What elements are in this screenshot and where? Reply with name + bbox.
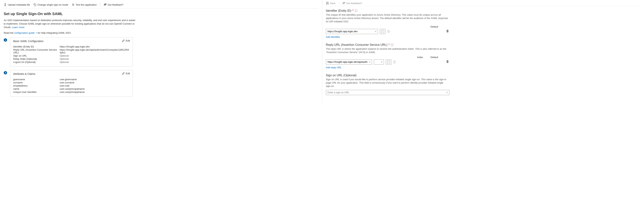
feedback-button-right[interactable]: Got feedback? — [342, 2, 362, 5]
identifier-input-wrap: ✓ — [326, 29, 378, 34]
step-1-row: 1 Basic SAML Configuration Edit Identifi… — [4, 37, 318, 67]
info-icon[interactable]: i — [387, 30, 390, 33]
required-asterisk: * — [388, 43, 390, 47]
reply-url-title: Reply URL (Assertion Consumer Service UR… — [326, 43, 640, 47]
upload-label: Upload metadata file — [8, 3, 30, 6]
attributes-claims-card: Attributes & Claims Edit givennameuser.g… — [10, 70, 133, 97]
signon-field-row: ✓ — [326, 90, 449, 95]
save-label: Save — [330, 2, 336, 5]
edit-basic-saml-button[interactable]: Edit — [122, 39, 130, 42]
signon-url-input[interactable] — [326, 90, 449, 95]
change-mode-label: Change single sign-on mode — [37, 3, 68, 6]
step-2-row: 2 Attributes & Claims Edit givennameuser… — [4, 70, 318, 97]
right-pane: Save Got feedback? Identifier (Entity ID… — [322, 0, 644, 103]
test-application-button[interactable]: Test this application — [72, 3, 97, 6]
configuration-guide-link[interactable]: configuration guide ↗ — [14, 32, 37, 34]
kv-row: nameuser.userprincipalname — [13, 88, 130, 90]
signon-url-section: Sign on URL (Optional) Sign on URL is us… — [326, 74, 640, 95]
upload-metadata-button[interactable]: Upload metadata file — [4, 3, 30, 6]
kv-row: Sign on URLOptional — [13, 54, 130, 57]
save-icon — [326, 2, 329, 5]
reply-index-input[interactable] — [374, 59, 384, 65]
required-asterisk: * — [352, 9, 354, 13]
attributes-claims-title: Attributes & Claims — [13, 72, 130, 77]
person-feedback-icon — [104, 3, 106, 6]
basic-saml-config-card: Basic SAML Configuration Edit Identifier… — [10, 37, 133, 67]
toolbar-separator — [339, 2, 339, 5]
identifier-desc: The unique ID that identifies your appli… — [326, 13, 448, 24]
save-button[interactable]: Save — [326, 2, 336, 5]
default-header: Default — [430, 25, 438, 28]
delete-reply-url-button[interactable] — [446, 60, 449, 64]
kv-row: Relay State (Optional)Optional — [13, 58, 130, 60]
basic-saml-rows: Identifier (Entity ID)https://3vsg9z.app… — [13, 45, 130, 64]
signon-url-title: Sign on URL (Optional) — [326, 74, 640, 77]
add-identifier-link[interactable]: Add identifier — [326, 36, 340, 38]
identifier-field-row: ✓ ✓ i — [326, 29, 449, 34]
change-mode-button[interactable]: Change single sign-on mode — [33, 3, 68, 6]
kv-row: Identifier (Entity ID)https://3vsg9z.app… — [13, 45, 130, 48]
person-feedback-icon — [342, 2, 345, 5]
step-1-badge: 1 — [4, 38, 7, 42]
right-toolbar: Save Got feedback? — [326, 2, 640, 6]
edit-attributes-button[interactable]: Edit — [122, 72, 130, 75]
delete-identifier-button[interactable] — [446, 30, 449, 33]
pencil-icon — [122, 72, 125, 75]
index-header: Index — [417, 56, 423, 59]
identifier-title: Identifier (Entity ID) * i — [326, 9, 640, 13]
default-header: Default — [430, 56, 438, 59]
external-link-icon: ↗ — [35, 32, 37, 34]
kv-row: Unique User Identifieruser.userprincipal… — [13, 91, 130, 93]
kv-row: Logout Url (Optional)Optional — [13, 61, 130, 64]
list-icon — [72, 3, 74, 6]
edit-label: Edit — [126, 72, 130, 75]
reply-default-checkbox[interactable]: ✓ — [386, 59, 391, 65]
feedback-button[interactable]: Got feedback? — [104, 3, 124, 6]
signon-input-wrap: ✓ — [326, 90, 449, 95]
edit-label: Edit — [126, 39, 130, 42]
identifier-default-checkbox[interactable]: ✓ — [380, 29, 386, 34]
left-pane: Upload metadata file Change single sign-… — [0, 0, 322, 103]
reply-url-desc: The reply URL is where the application e… — [326, 47, 448, 54]
intro-text: An SSO implementation based on federatio… — [4, 19, 138, 29]
trash-icon — [446, 30, 449, 33]
reply-url-section: Reply URL (Assertion Consumer Service UR… — [326, 43, 640, 69]
kv-row: givennameuser.givenname — [13, 78, 130, 81]
reply-url-field-row: ✓ ✓ ✓ i — [326, 59, 449, 65]
reply-url-input[interactable] — [326, 59, 372, 65]
kv-row: surnameuser.surname — [13, 81, 130, 84]
identifier-section: Identifier (Entity ID) * i The unique ID… — [326, 9, 640, 38]
kv-row: emailaddressuser.mail — [13, 84, 130, 87]
reply-headers: Index Default — [326, 56, 449, 59]
basic-saml-config-title: Basic SAML Configuration — [13, 40, 130, 44]
feedback-label: Got feedback? — [108, 3, 124, 6]
reply-url-input-wrap: ✓ — [326, 59, 372, 65]
left-toolbar: Upload metadata file Change single sign-… — [4, 3, 318, 8]
svg-point-1 — [343, 3, 344, 3]
attributes-rows: givennameuser.givenname surnameuser.surn… — [13, 78, 130, 93]
add-reply-url-link[interactable]: Add reply URL — [326, 66, 342, 69]
info-icon[interactable]: i — [355, 10, 357, 12]
feedback-label: Got feedback? — [346, 2, 362, 5]
page-title: Set up Single Sign-On with SAML — [4, 12, 318, 16]
signon-url-desc: Sign on URL is used if you would like to… — [326, 78, 448, 88]
svg-point-0 — [104, 4, 105, 5]
config-guide-line: Read the configuration guide ↗ for help … — [4, 32, 318, 34]
undo-icon — [33, 3, 36, 6]
step-2-badge: 2 — [4, 71, 7, 74]
test-label: Test this application — [76, 3, 97, 6]
info-icon[interactable]: i — [391, 44, 394, 46]
identifier-headers: Default — [326, 25, 449, 28]
info-icon[interactable]: i — [393, 61, 396, 63]
kv-row: Reply URL (Assertion Consumer Service UR… — [13, 48, 130, 54]
trash-icon — [446, 60, 449, 63]
reply-index-input-wrap: ✓ — [374, 59, 384, 65]
identifier-input[interactable] — [326, 29, 378, 34]
upload-icon — [4, 3, 7, 6]
pencil-icon — [122, 39, 125, 42]
learn-more-link[interactable]: Learn more. — [12, 26, 25, 29]
toolbar-separator — [100, 3, 100, 6]
